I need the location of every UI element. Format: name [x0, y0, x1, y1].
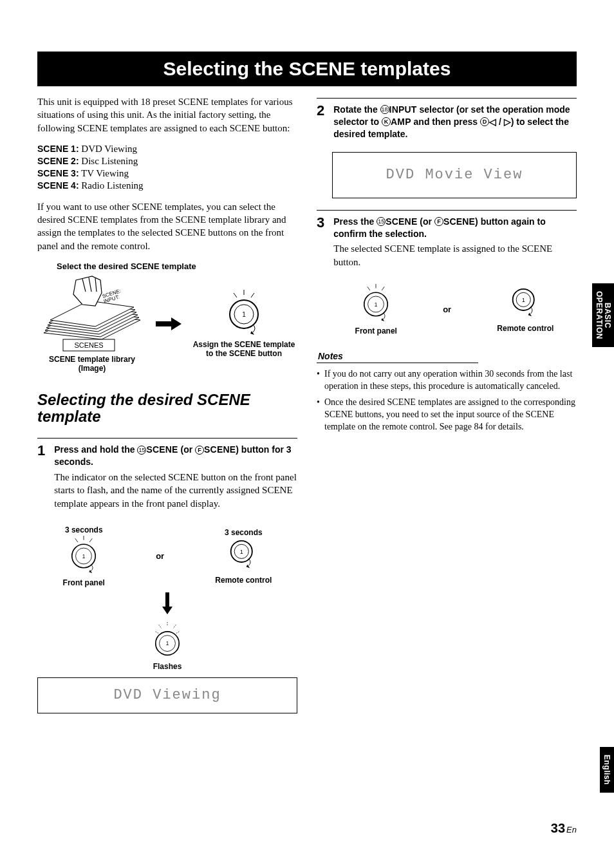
svg-line-36: [175, 632, 179, 634]
circled-18-icon: 18: [380, 105, 389, 114]
scene-library-figure: SCENE: INPUT: SCENES SCENE template libr…: [37, 275, 297, 373]
step-3-number: 3: [317, 216, 324, 278]
front-panel-display-1: DVD Viewing: [37, 677, 297, 713]
side-tab-basic-operation: BASIC OPERATION: [592, 283, 614, 347]
svg-line-34: [173, 625, 176, 628]
svg-text:1: 1: [240, 549, 243, 555]
right-column: 2 Rotate the 18INPUT selector (or set th…: [317, 95, 577, 717]
step-2-rule: [317, 98, 577, 99]
remote-control-press-figure: 3 seconds 1 Remote control: [215, 528, 272, 585]
step-3-wrapper: 3 Press the 15SCENE (or FSCENE) button a…: [317, 210, 577, 335]
step-2-wrapper: 2 Rotate the 18INPUT selector (or set th…: [317, 98, 577, 198]
scene-dial-icon: 1: [225, 290, 263, 335]
svg-line-35: [156, 632, 160, 634]
or-label: or: [156, 551, 164, 561]
fig-select-template-label: Select the desired SCENE template: [57, 261, 297, 271]
circled-f2-icon: F: [434, 217, 443, 226]
svg-line-41: [367, 287, 370, 290]
svg-marker-12: [156, 317, 181, 330]
scene-default-4: SCENE 4: Radio Listening: [37, 180, 297, 191]
left-column: This unit is equipped with 18 preset SCE…: [37, 95, 297, 717]
intro-paragraph: This unit is equipped with 18 preset SCE…: [37, 95, 297, 135]
assign-arrow-icon: [156, 317, 181, 330]
intro2-paragraph: If you want to use other SCENE templates…: [37, 200, 297, 252]
page-number: 33En: [551, 821, 577, 836]
svg-line-42: [382, 287, 384, 290]
step-3-rule: [317, 210, 577, 211]
step-1-press-row: 3 seconds 1 Front panel: [37, 525, 297, 587]
scene-default-2: SCENE 2: Disc Listening: [37, 156, 297, 167]
front-panel-dial-icon-2: 1: [358, 284, 393, 321]
step-3-press-row: 1 Front panel or 1 Remote contr: [332, 284, 577, 335]
scenes-box-label: SCENES: [74, 341, 103, 349]
circled-k-icon: K: [382, 117, 391, 126]
svg-text:1: 1: [242, 311, 246, 318]
right-triangle-icon: ▷: [504, 117, 511, 127]
svg-text:1: 1: [166, 641, 169, 646]
note-1: If you do not carry out any operation wi…: [317, 368, 577, 393]
front-panel-press-figure-2: 1 Front panel: [355, 284, 397, 335]
template-library-icon: SCENE: INPUT: SCENES: [37, 275, 147, 352]
step-2-number: 2: [317, 104, 324, 143]
svg-line-33: [159, 625, 162, 628]
assign-caption: Assign the SCENE template to the SCENE b…: [191, 340, 297, 359]
flashing-dial-icon: 1: [150, 622, 185, 659]
circled-f-icon: F: [195, 446, 204, 455]
notes-list: If you do not carry out any operation wi…: [317, 368, 577, 433]
circled-15b-icon: 15: [377, 217, 386, 226]
step-1-number: 1: [37, 444, 45, 519]
down-arrow-block: [37, 592, 297, 617]
circled-d-icon: D: [480, 117, 489, 126]
step-3-heading: Press the 15SCENE (or FSCENE) button aga…: [333, 216, 577, 240]
svg-line-21: [75, 538, 78, 542]
remote-control-press-figure-2: 1 Remote control: [497, 287, 554, 333]
notes-section: Notes If you do not carry out any operat…: [317, 339, 577, 433]
step-2-heading: Rotate the 18INPUT selector (or set the …: [333, 104, 577, 140]
front-panel-display-2: DVD Movie View: [332, 152, 577, 198]
svg-line-22: [89, 538, 92, 542]
step-1: 1 Press and hold the 15SCENE (or FSCENE)…: [37, 444, 297, 519]
two-column-layout: This unit is equipped with 18 preset SCE…: [37, 95, 577, 717]
step-3-body: The selected SCENE template is assigned …: [333, 242, 577, 269]
left-triangle-icon: ◁: [489, 117, 496, 127]
front-panel-press-figure: 3 seconds 1 Front panel: [63, 525, 105, 587]
assign-scene-button-figure: 1 Assign the SCENE template to the SCENE…: [191, 290, 297, 359]
library-caption: SCENE template library (Image): [37, 355, 147, 373]
down-arrow-icon: [162, 592, 172, 614]
scene-default-1: SCENE 1: DVD Viewing: [37, 144, 297, 155]
step-1-body: The indicator on the selected SCENE butt…: [54, 471, 297, 510]
step-1-rule: [37, 438, 297, 439]
step-1-heading: Press and hold the 15SCENE (or FSCENE) b…: [54, 444, 297, 468]
svg-text:1: 1: [82, 554, 86, 560]
svg-line-14: [234, 293, 237, 297]
step-2: 2 Rotate the 18INPUT selector (or set th…: [317, 104, 577, 143]
notes-heading: Notes: [317, 351, 478, 363]
step-3: 3 Press the 15SCENE (or FSCENE) button a…: [317, 216, 577, 278]
flashes-figure: 1 Flashes: [37, 622, 297, 671]
remote-button-icon-2: 1: [510, 287, 540, 319]
svg-text:1: 1: [522, 297, 525, 303]
or-label-2: or: [443, 305, 451, 314]
svg-text:1: 1: [375, 302, 378, 308]
step-1-wrapper: 1 Press and hold the 15SCENE (or FSCENE)…: [37, 438, 297, 713]
svg-marker-31: [162, 592, 172, 614]
circled-15-icon: 15: [137, 446, 146, 455]
side-tab-english: English: [600, 747, 614, 793]
remote-button-icon: 1: [228, 538, 258, 571]
note-2: Once the desired SCENE templates are ass…: [317, 397, 577, 433]
page-title-bar: Selecting the SCENE templates: [37, 52, 577, 86]
svg-line-15: [251, 293, 254, 297]
section-heading: Selecting the desired SCENE template: [37, 392, 297, 426]
scene-default-3: SCENE 3: TV Viewing: [37, 168, 297, 179]
scene-defaults-list: SCENE 1: DVD Viewing SCENE 2: Disc Liste…: [37, 144, 297, 191]
front-panel-dial-icon: 1: [66, 536, 101, 573]
scene-library-image: SCENE: INPUT: SCENES SCENE template libr…: [37, 275, 147, 373]
